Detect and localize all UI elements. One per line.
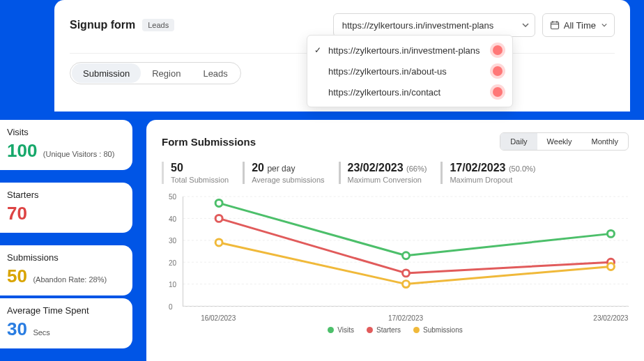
toggle-weekly[interactable]: Weekly <box>537 133 582 150</box>
chart-plot <box>183 197 629 307</box>
recording-icon <box>493 87 503 97</box>
chevron-down-icon <box>522 22 529 29</box>
y-tick: 0 <box>169 303 173 311</box>
leads-tag: Leads <box>142 19 174 31</box>
y-tick: 30 <box>169 237 176 245</box>
metric-value: 100 <box>7 140 37 162</box>
svg-point-13 <box>215 215 222 222</box>
svg-point-16 <box>215 239 222 246</box>
tab-submission[interactable]: Submission <box>72 63 141 83</box>
calendar-icon <box>550 20 560 30</box>
legend-submissions: Submissions <box>413 326 463 334</box>
toggle-daily[interactable]: Daily <box>500 133 537 150</box>
svg-rect-0 <box>551 22 558 29</box>
timerange-label: All Time <box>564 20 596 31</box>
metric-value: 50 <box>7 266 27 287</box>
svg-point-17 <box>403 281 410 288</box>
legend-starters: Starters <box>367 326 401 334</box>
metric-label: Submissions <box>7 252 124 263</box>
metric-label: Average Time Spent <box>7 305 124 316</box>
chart-legend: Visits Starters Submissions <box>162 326 629 334</box>
svg-point-14 <box>403 270 410 277</box>
svg-point-11 <box>403 252 410 259</box>
url-option-0[interactable]: ✓ https://zylkertours.in/investment-plan… <box>307 40 512 61</box>
metric-value: 70 <box>7 203 27 224</box>
main-card: Form Submissions Daily Weekly Monthly 50… <box>146 120 644 361</box>
check-icon: ✓ <box>314 45 321 55</box>
metric-submissions: Submissions 50 (Abandon Rate: 28%) <box>0 245 132 295</box>
svg-point-18 <box>607 263 614 270</box>
granularity-toggle: Daily Weekly Monthly <box>500 132 629 151</box>
url-dropdown: ✓ https://zylkertours.in/investment-plan… <box>307 35 513 107</box>
metric-label: Visits <box>7 127 124 137</box>
tab-region[interactable]: Region <box>141 63 192 83</box>
metric-sub: (Unique Visitors : 80) <box>43 150 115 158</box>
chevron-down-icon <box>601 22 607 28</box>
metric-avg-time: Average Time Spent 30 Secs <box>0 298 132 348</box>
url-option-1[interactable]: https://zylkertours.in/about-us <box>307 61 512 82</box>
metric-sub: (Abandon Rate: 28%) <box>33 275 107 284</box>
y-tick: 40 <box>169 215 176 222</box>
x-tick: 16/02/2023 <box>201 314 236 322</box>
metric-sub: Secs <box>33 328 49 337</box>
y-tick: 50 <box>169 193 176 201</box>
y-tick: 10 <box>169 281 176 289</box>
x-tick: 17/02/2023 <box>388 314 423 322</box>
svg-point-12 <box>607 230 614 237</box>
url-option-2[interactable]: https://zylkertours.in/contact <box>307 82 512 102</box>
tab-leads[interactable]: Leads <box>192 63 238 83</box>
metric-starters: Starters 70 <box>0 183 132 233</box>
main-title: Form Submissions <box>162 136 256 148</box>
stat-total: 50 Total Submission <box>162 162 243 184</box>
stat-avg: 20 per day Average submissions <box>243 162 338 184</box>
recording-icon <box>493 66 503 76</box>
metric-label: Starters <box>7 190 124 200</box>
recording-icon <box>493 45 503 55</box>
toggle-monthly[interactable]: Monthly <box>581 133 628 150</box>
svg-point-10 <box>215 199 222 206</box>
chart: 01020304050 16/02/202317/02/202323/02/20… <box>162 197 629 322</box>
page-title: Signup form <box>70 19 135 31</box>
stat-max-conv: 23/02/2023 (66%) Maximum Conversion <box>339 162 441 184</box>
url-select[interactable]: https://zylkertours.in/investment-plans <box>333 13 535 37</box>
view-tabs: Submission Region Leads <box>70 62 241 84</box>
stats-row: 50 Total Submission 20 per day Average s… <box>162 162 629 184</box>
timerange-select[interactable]: All Time <box>542 13 615 37</box>
x-tick: 23/02/2023 <box>593 314 628 322</box>
stat-max-drop: 17/02/2023 (50.0%) Maximum Dropout <box>440 162 549 184</box>
metric-value: 30 <box>7 318 27 340</box>
url-select-value: https://zylkertours.in/investment-plans <box>342 20 493 31</box>
metric-visits: Visits 100 (Unique Visitors : 80) <box>0 120 132 170</box>
y-tick: 20 <box>169 259 176 266</box>
legend-visits: Visits <box>328 326 354 334</box>
